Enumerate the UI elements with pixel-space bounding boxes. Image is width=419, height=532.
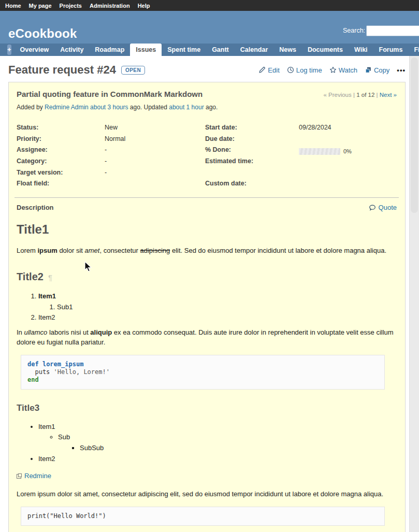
status-badge: OPEN [121, 66, 145, 75]
tab-activity[interactable]: Activity [54, 44, 89, 56]
next-link[interactable]: Next » [380, 92, 397, 98]
estimated-time-value [299, 157, 397, 168]
list-item: SubSub [80, 443, 397, 453]
issue-author-line: Added by Redmine Admin about 3 hours ago… [17, 104, 397, 111]
quote-bubble-icon [369, 204, 376, 211]
tab-gantt[interactable]: Gantt [206, 44, 235, 56]
empty-cell [205, 168, 299, 180]
wiki-paragraph-1: Lorem ipsum dolor sit amet, consectetur … [17, 246, 397, 256]
copy-label: Copy [374, 66, 389, 74]
unordered-list: Item1 Sub SubSub Item2 [17, 422, 397, 464]
tab-documents[interactable]: Documents [302, 44, 349, 56]
assignee-value: - [105, 146, 205, 157]
tab-spent-time[interactable]: Spent time [162, 44, 206, 56]
list-item: Item2 [38, 454, 397, 464]
attributes-divider [15, 197, 399, 198]
issue-pagination: « Previous | 1 of 12 | Next » [323, 92, 397, 98]
percent-done-value: 0% [343, 147, 352, 155]
tab-issues[interactable]: Issues [130, 44, 162, 56]
edit-label: Edit [268, 66, 279, 74]
tab-calendar[interactable]: Calendar [235, 44, 274, 56]
float-field-value [105, 179, 205, 191]
start-date-label: Start date: [205, 123, 299, 135]
heading-anchor-icon[interactable]: ¶ [48, 273, 52, 282]
tab-files[interactable]: Files [408, 44, 419, 56]
code-block-ruby: def lorem_ipsum puts 'Hello, Lorem!' end [21, 355, 385, 390]
category-value: - [105, 157, 205, 168]
top-menu-administration[interactable]: Administration [90, 3, 130, 9]
top-menu-projects[interactable]: Projects [60, 3, 82, 9]
percent-done-cell: 0% [299, 146, 397, 157]
issue-description: Title1 Lorem ipsum dolor sit amet, conse… [17, 221, 397, 532]
due-date-value [299, 135, 397, 146]
author-link[interactable]: Redmine Admin [45, 104, 89, 111]
percent-done-label: % Done: [205, 146, 299, 157]
list-item: Item1 Sub1 [38, 292, 397, 312]
copy-icon [365, 66, 372, 74]
empty-cell [299, 168, 397, 180]
updated-ago-link[interactable]: about 1 hour [169, 104, 204, 111]
watch-button[interactable]: Watch [329, 66, 357, 74]
list-item: Item2 [38, 313, 397, 323]
watch-label: Watch [339, 66, 357, 74]
target-version-label: Target version: [17, 168, 105, 180]
more-actions-button[interactable]: ••• [397, 66, 406, 74]
custom-date-label: Custom date: [205, 179, 299, 191]
description-label: Description [17, 204, 54, 211]
pager-separator: | [353, 92, 355, 98]
target-version-value: - [105, 168, 205, 180]
issue-toolbar: Edit Log time Watch Copy ••• [258, 66, 406, 74]
assignee-label: Assignee: [17, 146, 105, 157]
tab-roadmap[interactable]: Roadmap [89, 44, 130, 56]
scrollbar-thumb[interactable] [411, 57, 418, 213]
tab-news[interactable]: News [273, 44, 302, 56]
new-object-button[interactable]: + [7, 45, 11, 55]
pager-separator: | [377, 92, 378, 98]
previous-link-disabled: « Previous [323, 92, 351, 98]
tab-overview[interactable]: Overview [15, 44, 55, 56]
edit-button[interactable]: Edit [258, 66, 279, 74]
pencil-icon [258, 66, 266, 74]
float-field-label: Float field: [17, 179, 105, 191]
main-menu-tabs: + Overview Activity Roadmap Issues Spent… [0, 44, 419, 56]
issue-details-box: Partial quoting feature in CommonMark Ma… [8, 82, 406, 532]
quote-label: Quote [379, 204, 397, 211]
updated-text: ago. Updated [128, 104, 169, 111]
log-time-button[interactable]: Log time [287, 66, 322, 74]
ordered-list: Item1 Sub1 Item2 [17, 292, 397, 323]
wiki-heading-title2: Title2¶ [17, 269, 397, 284]
list-item: Sub1 [57, 303, 397, 312]
search-label: Search: [343, 27, 365, 34]
search-input[interactable] [366, 25, 419, 36]
wiki-paragraph-2: In ullamco laboris nisi ut aliquip ex ea… [17, 328, 397, 348]
top-menu-help[interactable]: Help [138, 3, 150, 9]
added-by-text: Added by [17, 104, 45, 111]
priority-value: Normal [105, 135, 205, 146]
wiki-heading-title1: Title1 [17, 221, 397, 239]
top-menu-my-page[interactable]: My page [29, 3, 52, 9]
top-menu-home[interactable]: Home [5, 3, 21, 9]
issue-subject: Partial quoting feature in CommonMark Ma… [17, 90, 203, 98]
vertical-scrollbar[interactable] [409, 56, 419, 532]
content-area: Feature request #24 OPEN Edit Log time W… [0, 56, 419, 532]
status-value: New [105, 123, 205, 135]
tab-wiki[interactable]: Wiki [349, 44, 373, 56]
progress-bar [299, 148, 340, 155]
project-header: eCookbook Search: [0, 11, 419, 44]
custom-date-value [299, 179, 397, 191]
external-link-redmine[interactable]: Redmine [17, 471, 51, 481]
ago-text: ago. [204, 104, 218, 111]
start-date-value: 09/28/2024 [299, 123, 397, 135]
list-item: Sub SubSub [58, 433, 397, 453]
pager-position: 1 of 12 [356, 92, 374, 98]
tab-forums[interactable]: Forums [373, 44, 409, 56]
copy-button[interactable]: Copy [365, 66, 389, 74]
category-label: Category: [17, 157, 105, 168]
list-item: Item1 Sub SubSub [38, 422, 397, 454]
quote-button[interactable]: Quote [369, 204, 397, 211]
created-ago-link[interactable]: about 3 hours [90, 104, 128, 111]
clock-icon [287, 66, 294, 74]
code-block-plain: print("Hello World!") [21, 507, 385, 526]
log-time-label: Log time [296, 66, 322, 74]
issue-title: Feature request #24 [8, 63, 116, 77]
